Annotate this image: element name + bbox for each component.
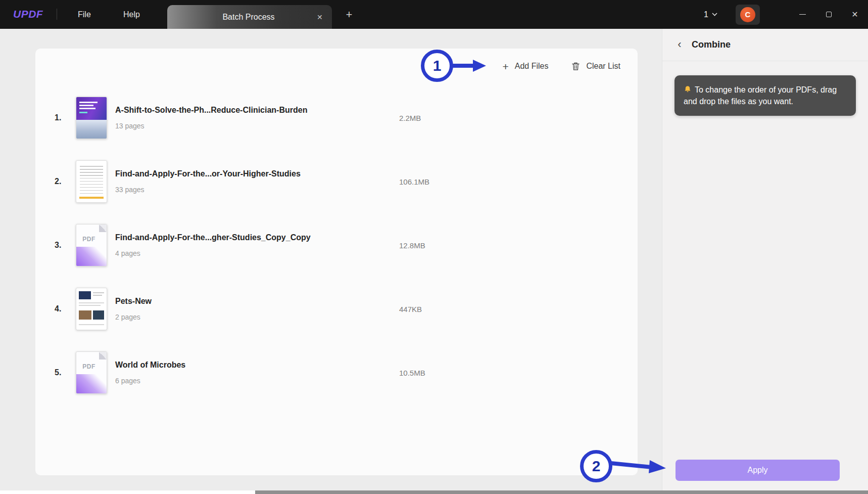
file-info: Pets-New 2 pages <box>115 297 152 321</box>
maximize-button[interactable] <box>815 0 842 29</box>
tooltip-text: To change the order of your PDFs, drag a… <box>684 85 837 106</box>
new-tab-button[interactable]: + <box>342 7 357 22</box>
titlebar-right: 1 C ✕ <box>704 0 868 29</box>
minimize-button[interactable] <box>789 0 815 29</box>
card-toolbar: + Add Files Clear List <box>502 57 620 76</box>
file-index: 2. <box>55 177 72 186</box>
annotation-arrow-2 <box>608 454 670 477</box>
maximize-icon <box>826 12 832 17</box>
file-thumbnail <box>76 97 107 139</box>
annotation-step-2: 2 <box>580 450 612 482</box>
titlebar: UPDF File Help Batch Process ✕ + 1 C ✕ <box>0 0 868 29</box>
chevron-down-icon <box>712 13 717 16</box>
file-size: 106.1MB <box>399 177 429 186</box>
back-chevron-icon[interactable]: ‹ <box>673 39 686 51</box>
panel-title: Combine <box>692 39 731 50</box>
file-pages: 6 pages <box>115 377 185 385</box>
minimize-icon <box>799 14 806 15</box>
file-name: World of Microbes <box>115 361 185 370</box>
updf-logo: UPDF <box>13 8 43 20</box>
file-row[interactable]: 4. Pets-New 2 pages 447KB <box>35 277 638 341</box>
bell-icon <box>684 85 692 94</box>
file-index: 5. <box>55 368 72 377</box>
avatar: C <box>740 7 755 22</box>
reorder-tooltip: To change the order of your PDFs, drag a… <box>674 75 856 116</box>
file-name: Find-and-Apply-For-the...gher-Studies_Co… <box>115 233 311 242</box>
file-index: 1. <box>55 113 72 122</box>
close-window-button[interactable]: ✕ <box>842 0 868 29</box>
menu-help[interactable]: Help <box>116 0 147 29</box>
file-name: Find-and-Apply-For-the...or-Your-Higher-… <box>115 169 301 178</box>
tab-label: Batch Process <box>167 13 317 22</box>
apply-button[interactable]: Apply <box>676 460 840 481</box>
file-list-card: + Add Files Clear List 1. <box>35 49 638 475</box>
file-list: 1. A-Shift-to-Solve-the-Ph...Reduce-Clin… <box>35 86 638 405</box>
file-index: 4. <box>55 304 72 313</box>
file-pages: 4 pages <box>115 249 311 257</box>
plus-icon: + <box>502 61 508 72</box>
add-files-button[interactable]: + Add Files <box>502 61 548 72</box>
file-row[interactable]: 1. A-Shift-to-Solve-the-Ph...Reduce-Clin… <box>35 86 638 150</box>
app-window: UPDF File Help Batch Process ✕ + 1 C ✕ <box>0 0 868 494</box>
file-row[interactable]: 5. PDF World of Microbes 6 pages 10.5MB <box>35 341 638 405</box>
file-thumbnail: PDF <box>76 351 107 394</box>
file-size: 12.8MB <box>399 241 425 250</box>
combine-panel: ‹ Combine To change the order of your PD… <box>662 29 868 490</box>
clear-list-button[interactable]: Clear List <box>571 62 620 71</box>
tab-batch-process[interactable]: Batch Process ✕ <box>167 5 332 29</box>
annotation-arrow-1 <box>449 56 489 76</box>
file-name: A-Shift-to-Solve-the-Ph...Reduce-Clinici… <box>115 106 307 115</box>
file-info: Find-and-Apply-For-the...gher-Studies_Co… <box>115 233 311 257</box>
file-name: Pets-New <box>115 297 152 306</box>
account-button[interactable]: C <box>736 5 760 25</box>
file-pages: 33 pages <box>115 186 301 194</box>
taskbar-sliver <box>255 490 868 494</box>
file-size: 447KB <box>399 305 422 313</box>
panel-header: ‹ Combine <box>662 29 868 61</box>
file-pages: 13 pages <box>115 122 307 130</box>
main-content: + Add Files Clear List 1. <box>0 29 868 490</box>
file-thumbnail <box>76 288 107 330</box>
file-index: 3. <box>55 241 72 250</box>
menu-file[interactable]: File <box>71 0 98 29</box>
tab-count-value: 1 <box>704 10 708 19</box>
clear-list-label: Clear List <box>586 62 620 71</box>
file-size: 10.5MB <box>399 369 425 377</box>
tab-count-dropdown[interactable]: 1 <box>704 10 717 19</box>
file-info: World of Microbes 6 pages <box>115 361 185 385</box>
file-info: Find-and-Apply-For-the...or-Your-Higher-… <box>115 169 301 194</box>
file-thumbnail <box>76 160 107 203</box>
menu-divider <box>57 9 57 20</box>
file-size: 2.2MB <box>399 114 421 122</box>
file-row[interactable]: 3. PDF Find-and-Apply-For-the...gher-Stu… <box>35 213 638 277</box>
tab-close-icon[interactable]: ✕ <box>317 13 332 21</box>
file-thumbnail: PDF <box>76 224 107 266</box>
file-info: A-Shift-to-Solve-the-Ph...Reduce-Clinici… <box>115 106 307 130</box>
file-pages: 2 pages <box>115 313 152 321</box>
trash-icon <box>571 62 580 71</box>
add-files-label: Add Files <box>515 62 549 71</box>
file-row[interactable]: 2. Find-and-Apply-For-the...or-Your-High… <box>35 150 638 213</box>
